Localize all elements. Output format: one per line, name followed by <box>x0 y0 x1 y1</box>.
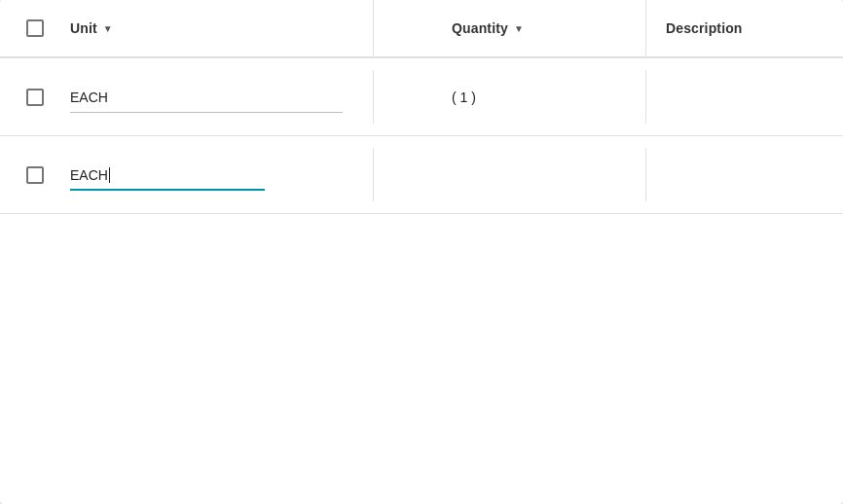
row-2-unit-input-wrapper: EACH <box>70 163 343 187</box>
description-column-header: Description <box>666 20 743 36</box>
quantity-column-header: Quantity <box>452 20 508 36</box>
row-1-checkbox-cell <box>8 89 62 106</box>
row-1-quantity-value[interactable]: ( 1 ) <box>452 90 476 105</box>
row-2-active-underline <box>70 189 265 191</box>
row-2-quantity-cell <box>374 136 646 213</box>
select-all-checkbox[interactable] <box>26 19 44 37</box>
row-1-unit-input-wrapper: EACH <box>70 86 343 109</box>
text-cursor <box>109 167 111 183</box>
header-quantity-cell: Quantity ▼ <box>374 0 646 56</box>
header-description-cell: Description <box>646 20 835 36</box>
header-unit-cell: Unit ▼ <box>62 0 374 56</box>
unit-sort-icon[interactable]: ▼ <box>103 23 113 34</box>
table-row: EACH ( 1 ) <box>0 58 843 136</box>
table-row: EACH <box>0 136 843 214</box>
quantity-sort-icon[interactable]: ▼ <box>514 23 524 34</box>
row-1-checkbox[interactable] <box>26 89 44 106</box>
row-1-quantity-cell: ( 1 ) <box>374 58 646 135</box>
row-1-unit-value[interactable]: EACH <box>70 86 343 109</box>
row-2-unit-cell: EACH <box>62 136 374 213</box>
row-2-unit-value[interactable]: EACH <box>70 163 343 187</box>
table-header: Unit ▼ Quantity ▼ Description <box>0 0 843 58</box>
row-1-unit-underline <box>70 112 343 113</box>
row-2-checkbox-cell <box>8 166 62 184</box>
data-table: Unit ▼ Quantity ▼ Description EACH ( 1 ) <box>0 0 843 504</box>
row-2-checkbox[interactable] <box>26 166 44 184</box>
unit-column-header: Unit <box>70 20 97 36</box>
row-1-unit-cell: EACH <box>62 58 374 135</box>
header-checkbox-cell <box>8 19 62 37</box>
